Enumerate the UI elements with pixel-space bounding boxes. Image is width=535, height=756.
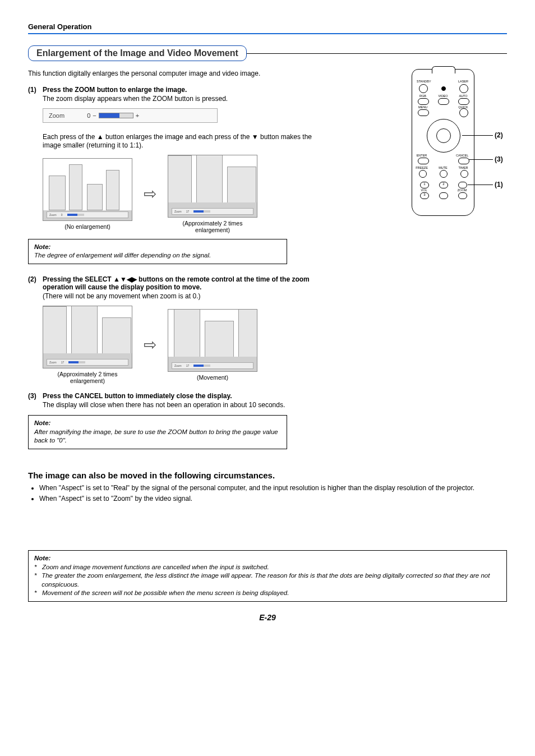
callout-line-2 [462,135,493,136]
zoom-value: 0 [87,112,90,119]
mini-zoom-label: Zoom [49,361,57,364]
figure-no-enlargement: Zoom0 [43,158,132,221]
label-auto: AUTO [457,94,469,98]
step-1-desc: Each press of the ▲ button enlarges the … [43,133,331,150]
laser-button [459,84,468,93]
mute-button [440,170,448,178]
section-title-row: Enlargement of the Image and Video Movem… [28,45,507,61]
mini-zoom-val: 17 [186,364,190,367]
label-standby: STANDBY [417,80,429,83]
mini-zoom-label: Zoom [174,364,182,367]
callout-line-3 [469,159,493,160]
arrow-right-icon: ⇨ [144,185,156,203]
note-1: Note: The degree of enlargement will dif… [28,239,287,264]
label-menu: MENU [417,105,429,109]
menu-button [418,109,429,116]
label-cancel: CANCEL [456,154,468,157]
num-3-button: 3 [420,192,429,199]
zoom-button [458,182,467,188]
step-2: (2) Pressing the SELECT ▲▼◀▶ buttons on … [28,275,331,291]
remote-illustration: STANDBY LASER RGB VIDEO AUTO MENU QUICK [412,69,507,226]
label-video: VIDEO [437,94,449,98]
intro-text: This function digitally enlarges the per… [28,69,331,78]
callout-2: (2) [495,131,503,139]
bullet-2: When "Aspect" is set to "Zoom" by the vi… [39,494,507,504]
label-laser: LASER [457,80,469,83]
label-zoom: ZOOM [456,188,468,192]
cancel-button [458,158,469,164]
rgb-button [418,98,429,105]
section-title-line [247,53,507,54]
figure-2x-enlargement: Zoom17 [168,155,257,218]
figure-2b-caption: (Movement) [168,374,257,381]
note-3-item-1: Zoom and image movement functions are ca… [42,563,269,572]
mini-zoom-val: 0 [61,213,63,216]
note-1-text: The degree of enlargement will differ de… [34,252,211,259]
header-rule [28,33,507,34]
step-1-num: (1) [28,86,43,94]
zoom-gauge [99,113,133,118]
mini-zoom-label: Zoom [174,210,182,213]
note-3-item-3: Movement of the screen will not be possi… [42,589,289,598]
note-3-item-2: The greater the zoom enlargement, the le… [41,571,501,589]
zoom-out-button [458,192,467,199]
step-1: (1) Press the ZOOM button to enlarge the… [28,86,331,94]
label-mute: MUTE [437,166,449,169]
indicator-dot [441,86,446,91]
note-2: Note: After magnifying the image, be sur… [28,415,287,449]
figure-row-2: Zoom17 (Approximately 2 times enlargemen… [43,306,331,384]
arrow-right-icon: ⇨ [144,335,156,354]
num-2-button: 2 [439,182,448,188]
mini-zoom-val: 17 [186,210,190,213]
figure-1b-caption: (Approximately 2 times enlargement) [168,220,257,233]
note-2-text: After magnifying the image, be sure to u… [34,428,278,444]
bullet-list: When "Aspect" is set to "Real" by the si… [28,483,507,504]
label-vol: VOL [418,188,430,192]
figure-2a-caption: (Approximately 2 times enlargement) [43,371,132,384]
callout-3: (3) [495,155,503,163]
standby-button [419,84,428,93]
figure-2x-enlargement-b: Zoom17 [43,306,132,368]
num-1-button: 1 [420,182,429,188]
quick-button [459,108,468,117]
figure-1a-caption: (No enlargement) [43,223,132,230]
step-2-num: (2) [28,275,43,291]
select-nav-ring [427,119,460,153]
page-header: General Operation [28,22,507,31]
step-3: (3) Press the CANCEL button to immediate… [28,392,331,400]
enter-button [418,158,429,164]
callout-line-1 [468,185,493,185]
step-2-title: Pressing the SELECT ▲▼◀▶ buttons on the … [43,275,310,291]
figure-movement: Zoom17 [168,309,257,372]
section-title: Enlargement of the Image and Video Movem… [28,45,247,61]
sub-heading: The image can also be moved in the follo… [28,471,507,480]
step-2-sub: (There will not be any movement when zoo… [43,292,331,301]
note-3-label: Note: [34,555,50,561]
step-3-num: (3) [28,392,43,400]
timer-button [460,170,468,178]
auto-button [458,98,469,105]
figure-row-1: Zoom0 (No enlargement) ⇨ Zoom17 [43,155,331,233]
label-timer: TIMER [457,166,469,169]
zoom-display: Zoom 0 − + [43,108,218,123]
zoom-minus: − [93,112,96,119]
label-rgb: RGB [417,94,429,98]
zoom-plus: + [136,112,139,119]
label-enter: ENTER [416,154,428,157]
mini-zoom-val: 17 [61,361,64,364]
step-3-title: Press the CANCEL button to immediately c… [43,392,232,400]
bullet-1: When "Aspect" is set to "Real" by the si… [39,483,507,493]
mini-zoom-label: Zoom [49,213,57,216]
page-number: E-29 [28,613,507,622]
num-4-button [439,192,448,199]
callout-1: (1) [495,181,503,188]
label-freeze: FREEZE [416,166,428,169]
step-1-sub: The zoom display appears when the ZOOM b… [43,95,331,104]
zoom-label: Zoom [49,112,64,119]
step-1-title: Press the ZOOM button to enlarge the ima… [43,86,187,94]
video-button [438,98,449,105]
note-3: Note: *Zoom and image movement functions… [28,550,507,602]
step-3-sub: The display will close when there has no… [43,401,331,410]
note-2-label: Note: [34,420,50,426]
freeze-button [419,170,427,178]
